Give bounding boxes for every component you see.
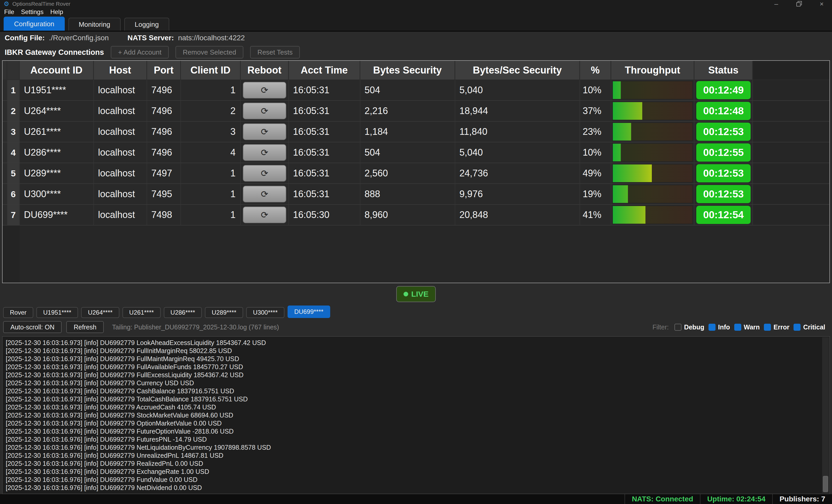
header-corner-gutter	[3, 61, 7, 80]
cell-port: 7496	[147, 80, 181, 101]
cell-acct-time: 16:05:31	[289, 101, 360, 121]
cell-bytes-sec-security: 5,040	[455, 80, 580, 101]
filter-checkbox-debug[interactable]	[674, 324, 681, 331]
menu-item-settings[interactable]: Settings	[21, 8, 44, 16]
log-tab-u300[interactable]: U300****	[246, 307, 284, 318]
reboot-button[interactable]: ⟳	[243, 144, 286, 161]
cell-bytes-security: 504	[360, 142, 455, 163]
autoscroll-button[interactable]: Auto-scroll: ON	[3, 321, 61, 333]
filter-checkbox-warn[interactable]	[734, 324, 741, 331]
titlebar-left: ⚙ OptionsRealTime Rover	[4, 1, 71, 7]
cell-port: 7496	[147, 142, 181, 163]
cell-host: localhost	[94, 184, 147, 205]
log-line: [2025-12-30 16:03:16.976] [info] DU69927…	[6, 484, 819, 492]
log-tab-du699[interactable]: DU699****	[288, 306, 330, 318]
cell-reboot: ⟳	[241, 101, 289, 121]
log-scrollbar[interactable]	[822, 337, 829, 493]
app-gear-icon: ⚙	[4, 1, 9, 7]
close-icon[interactable]: ×	[820, 1, 824, 7]
window-controls: – ×	[774, 1, 828, 7]
tab-logging[interactable]: Logging	[124, 18, 169, 31]
reboot-button[interactable]: ⟳	[243, 165, 286, 181]
row-number: 1	[7, 80, 20, 101]
throughput-bar-fill	[613, 185, 693, 203]
status-bar: NATS: Connected Uptime: 02:24:54 Publish…	[0, 494, 832, 504]
remove-selected-button[interactable]: Remove Selected	[176, 46, 243, 58]
throughput-bar	[613, 143, 693, 162]
throughput-bar-fill	[613, 123, 693, 141]
log-line: [2025-12-30 16:03:16.973] [info] DU69927…	[6, 371, 819, 379]
cell-client-id: 4	[181, 142, 241, 163]
log-tab-u264[interactable]: U264****	[81, 307, 119, 318]
menu-item-help[interactable]: Help	[50, 8, 63, 16]
nats-status: NATS: Connected	[625, 494, 700, 504]
live-button[interactable]: LIVE	[396, 286, 436, 302]
log-tab-u286[interactable]: U286****	[164, 307, 202, 318]
row-gutter	[3, 142, 7, 163]
column-header--: %	[580, 61, 611, 80]
log-line: [2025-12-30 16:03:16.976] [info] DU69927…	[6, 436, 819, 444]
cell-host: localhost	[94, 205, 147, 225]
row-number: 3	[7, 121, 20, 142]
row-filler	[753, 80, 829, 101]
cell-account-id: DU699****	[20, 205, 94, 225]
live-row: LIVE	[0, 283, 832, 305]
row-filler	[753, 142, 829, 163]
filter-name-critical: Critical	[803, 324, 825, 331]
status-badge: 00:12:49	[696, 81, 751, 99]
cell-status: 00:12:53	[695, 184, 753, 205]
log-lines: [2025-12-30 16:03:16.973] [info] DU69927…	[6, 339, 819, 492]
filter-name-info: Info	[718, 324, 730, 331]
throughput-bar	[613, 81, 693, 99]
filter-checkbox-error[interactable]	[764, 324, 771, 331]
cell-throughput	[611, 80, 695, 101]
status-badge: 00:12:53	[696, 185, 751, 203]
refresh-button[interactable]: Refresh	[66, 321, 104, 333]
restore-icon[interactable]	[797, 2, 801, 6]
throughput-bar-fill	[613, 206, 693, 224]
row-number: 5	[7, 163, 20, 184]
tab-monitoring[interactable]: Monitoring	[69, 18, 121, 31]
column-header-client-id: Client ID	[181, 61, 241, 80]
nats-server-value: nats://localhost:4222	[178, 34, 245, 42]
cell-percent: 41%	[580, 205, 611, 225]
log-tab-u1951[interactable]: U1951****	[36, 307, 78, 318]
filter-checkbox-info[interactable]	[708, 324, 716, 331]
log-scrollbar-thumb[interactable]	[823, 476, 828, 492]
menu-item-file[interactable]: File	[4, 8, 14, 16]
row-filler	[753, 184, 829, 205]
log-line: [2025-12-30 16:03:16.973] [info] DU69927…	[6, 347, 819, 355]
reboot-button[interactable]: ⟳	[243, 206, 286, 223]
minimize-icon[interactable]: –	[774, 1, 778, 7]
cell-reboot: ⟳	[241, 184, 289, 205]
cell-throughput	[611, 101, 695, 121]
throughput-bar-fill	[613, 81, 693, 99]
reboot-button[interactable]: ⟳	[243, 103, 286, 119]
reboot-button[interactable]: ⟳	[243, 123, 286, 140]
reboot-button[interactable]: ⟳	[243, 186, 286, 202]
row-number: 6	[7, 184, 20, 205]
filter-name-debug: Debug	[684, 324, 704, 331]
app-window: ⚙ OptionsRealTime Rover – × FileSettings…	[0, 0, 832, 504]
log-line: [2025-12-30 16:03:16.976] [info] DU69927…	[6, 444, 819, 451]
cell-account-id: U289****	[20, 163, 94, 184]
row-gutter	[3, 163, 7, 184]
log-tab-u289[interactable]: U289****	[205, 307, 243, 318]
reset-tests-button[interactable]: Reset Tests	[250, 46, 300, 58]
filter-checkbox-critical[interactable]	[794, 324, 801, 331]
cell-port: 7497	[147, 163, 181, 184]
status-badge: 00:12:54	[696, 206, 751, 224]
table-row: 3U261****localhost74963⟳16:05:311,18411,…	[3, 121, 829, 142]
log-tab-rover[interactable]: Rover	[3, 307, 33, 318]
column-header-host: Host	[94, 61, 147, 80]
tab-configuration[interactable]: Configuration	[4, 17, 65, 31]
throughput-bar-fill	[613, 144, 693, 161]
add-account-button[interactable]: + Add Account	[111, 46, 169, 58]
status-badge: 00:12:48	[696, 102, 751, 120]
table-row: 6U300****localhost74951⟳16:05:318889,976…	[3, 184, 829, 205]
log-line: [2025-12-30 16:03:16.973] [info] DU69927…	[6, 403, 819, 411]
log-tab-u261[interactable]: U261****	[123, 307, 161, 318]
log-filters: Filter: DebugInfoWarnErrorCritical	[652, 324, 829, 331]
reboot-button[interactable]: ⟳	[243, 82, 286, 99]
log-line: [2025-12-30 16:03:16.973] [info] DU69927…	[6, 363, 819, 371]
